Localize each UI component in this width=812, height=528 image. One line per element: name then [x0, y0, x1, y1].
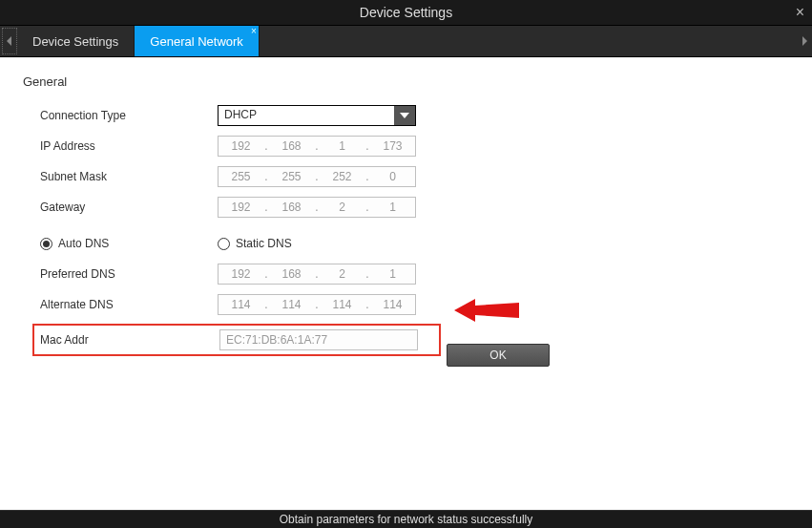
label-connection-type: Connection Type: [40, 109, 218, 122]
ip-octet: 192: [219, 267, 263, 281]
label-ip-address: IP Address: [40, 139, 218, 153]
auto-dns-radio[interactable]: [40, 238, 52, 250]
label-gateway: Gateway: [40, 201, 218, 214]
tab-scroll-left[interactable]: [2, 28, 17, 54]
ip-octet: 168: [269, 201, 314, 214]
row-subnet-mask: Subnet Mask 255. 255. 252. 0: [40, 161, 789, 192]
window-title: Device Settings: [360, 5, 452, 20]
ip-octet: 2: [320, 267, 364, 281]
mac-addr-highlight: Mac Addr EC:71:DB:6A:1A:77: [32, 324, 441, 356]
tab-label: General Network: [150, 34, 243, 49]
ip-octet: 114: [269, 298, 314, 311]
alternate-dns-input[interactable]: 114. 114. 114. 114: [218, 294, 416, 315]
statusbar: Obtain parameters for network status suc…: [0, 510, 812, 528]
ip-octet: 1: [370, 201, 415, 214]
select-value: DHCP: [219, 106, 394, 125]
row-connection-type: Connection Type DHCP: [40, 100, 789, 131]
gateway-input[interactable]: 192. 168. 2. 1: [218, 197, 416, 218]
ip-octet: 0: [370, 170, 415, 183]
label-static-dns: Static DNS: [236, 237, 292, 250]
row-gateway: Gateway 192. 168. 2. 1: [40, 192, 789, 222]
connection-type-select[interactable]: DHCP: [218, 105, 416, 126]
chevron-down-icon[interactable]: [394, 106, 415, 125]
subnet-mask-input[interactable]: 255. 255. 252. 0: [218, 166, 416, 187]
form: Connection Type DHCP IP Address 192. 168…: [40, 100, 789, 356]
ip-octet: 1: [370, 267, 415, 281]
ip-octet: 114: [370, 298, 415, 311]
tabs: Device Settings General Network ×: [17, 26, 797, 56]
row-dns-mode: Auto DNS Static DNS: [40, 228, 789, 259]
ip-octet: 255: [219, 170, 263, 183]
ip-octet: 114: [320, 298, 364, 311]
ip-octet: 192: [219, 201, 263, 214]
content-panel: General Connection Type DHCP IP Address …: [0, 57, 812, 510]
ip-octet: 1: [320, 139, 364, 153]
mac-value: EC:71:DB:6A:1A:77: [226, 333, 327, 347]
tabbar: Device Settings General Network ×: [0, 25, 812, 57]
ok-button[interactable]: OK: [447, 344, 550, 367]
titlebar: Device Settings ×: [0, 0, 812, 25]
row-ip-address: IP Address 192. 168. 1. 173: [40, 131, 789, 161]
ip-octet: 168: [269, 267, 314, 281]
ip-octet: 173: [370, 139, 415, 153]
preferred-dns-input[interactable]: 192. 168. 2. 1: [218, 264, 416, 285]
label-auto-dns: Auto DNS: [58, 237, 109, 250]
label-alternate-dns: Alternate DNS: [40, 298, 218, 311]
ip-octet: 2: [320, 201, 364, 214]
svg-marker-0: [454, 299, 519, 322]
close-icon[interactable]: ×: [251, 26, 257, 36]
label-preferred-dns: Preferred DNS: [40, 267, 218, 281]
tab-scroll-right[interactable]: [797, 26, 812, 56]
ip-octet: 255: [269, 170, 314, 183]
tab-device-settings[interactable]: Device Settings: [17, 26, 135, 56]
mac-addr-input[interactable]: EC:71:DB:6A:1A:77: [219, 329, 418, 350]
ip-octet: 168: [269, 139, 314, 153]
row-preferred-dns: Preferred DNS 192. 168. 2. 1: [40, 259, 789, 289]
label-subnet-mask: Subnet Mask: [40, 170, 218, 183]
ip-octet: 252: [320, 170, 364, 183]
tab-general-network[interactable]: General Network ×: [135, 26, 260, 56]
ip-octet: 192: [219, 139, 263, 153]
close-icon[interactable]: ×: [796, 4, 804, 21]
ip-address-input[interactable]: 192. 168. 1. 173: [218, 136, 416, 157]
label-mac-addr: Mac Addr: [40, 333, 219, 347]
row-alternate-dns: Alternate DNS 114. 114. 114. 114: [40, 289, 789, 320]
status-text: Obtain parameters for network status suc…: [280, 513, 532, 526]
annotation-arrow-icon: [454, 296, 521, 325]
ok-label: OK: [489, 348, 506, 362]
static-dns-radio[interactable]: [218, 238, 230, 250]
section-title: General: [23, 74, 789, 89]
tab-label: Device Settings: [32, 34, 118, 49]
ip-octet: 114: [219, 298, 263, 311]
